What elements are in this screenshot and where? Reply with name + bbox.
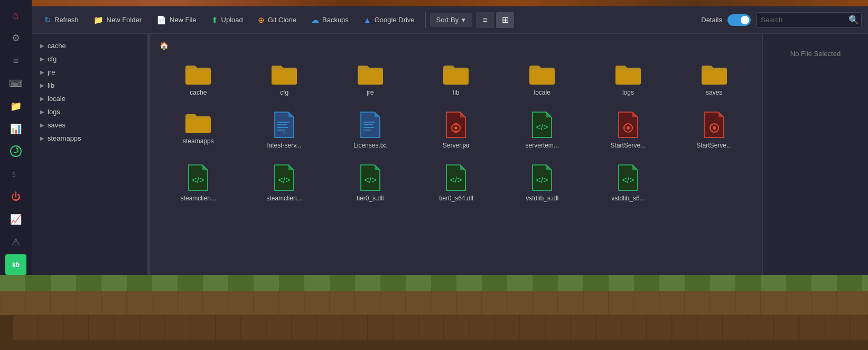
file-name: StartServe... [676, 142, 752, 149]
file-item-startserve-1[interactable]: StartServe... [587, 106, 669, 154]
file-name: tier0_s.dll [332, 195, 408, 202]
svg-point-16 [713, 126, 716, 130]
tree-label: locale [48, 95, 66, 103]
tree-item-cache[interactable]: ▶ cache [32, 39, 147, 52]
file-item-locale[interactable]: locale [501, 57, 583, 102]
svg-rect-42 [406, 290, 431, 315]
svg-text:</>: </> [278, 176, 290, 185]
tree-item-jre[interactable]: ▶ jre [32, 66, 147, 79]
file-item-tier0s[interactable]: </> tier0_s.dll [329, 159, 411, 207]
game-ground [0, 275, 868, 350]
file-item-startserve-2[interactable]: StartServe... [673, 106, 755, 154]
new-file-icon: 📄 [156, 15, 166, 25]
document-icon [617, 111, 640, 139]
google-drive-label: Google Drive [375, 16, 415, 24]
refresh-button[interactable]: ↻ Refresh [38, 12, 85, 28]
settings-icon[interactable]: ⚙ [5, 28, 26, 49]
kb-icon[interactable]: kb [5, 254, 26, 275]
home-breadcrumb-icon[interactable]: 🏠 [160, 41, 169, 50]
steam-icon[interactable] [5, 141, 26, 162]
backups-button[interactable]: ☁ Backups [305, 12, 355, 28]
content-area: ▶ cache ▶ cfg ▶ jre ▶ lib ▶ locale ▶ log… [32, 34, 868, 275]
right-panel: No File Selected [762, 34, 868, 275]
file-grid-area: 🏠 cache cfg [150, 34, 762, 275]
tree-label: saves [48, 121, 66, 129]
file-item-steamapps[interactable]: steamapps [157, 106, 239, 154]
tree-item-cfg[interactable]: ▶ cfg [32, 52, 147, 66]
file-item-latest-serv[interactable]: ≡ latest-serv... [244, 106, 325, 154]
tree-label: jre [48, 68, 55, 76]
list-view-button[interactable]: ≡ [476, 12, 494, 28]
chart-icon[interactable]: 📊 [5, 118, 26, 139]
file-name: tier0_s64.dll [418, 195, 494, 202]
svg-rect-9 [363, 130, 371, 131]
tree-arrow: ▶ [40, 122, 44, 128]
upload-icon: ⬆ [211, 15, 218, 25]
svg-rect-48 [558, 290, 583, 315]
google-drive-button[interactable]: ▲ Google Drive [357, 12, 421, 27]
svg-rect-33 [178, 290, 203, 315]
file-name: vstdlib_s.dll [505, 195, 580, 202]
folder-sidebar-icon[interactable]: 📁 [5, 96, 26, 116]
document-icon: </> [530, 164, 554, 191]
graph-icon[interactable]: 📈 [5, 209, 26, 229]
file-item-saves[interactable]: saves [673, 57, 755, 102]
no-file-selected-label: No File Selected [790, 50, 841, 58]
git-clone-button[interactable]: ⊕ Git Clone [251, 12, 303, 28]
keyboard-icon[interactable]: ⌨ [5, 73, 26, 94]
search-input[interactable] [761, 16, 845, 24]
file-name: latest-serv... [247, 142, 322, 149]
tree-item-lib[interactable]: ▶ lib [32, 79, 147, 92]
tree-item-steamapps[interactable]: ▶ steamapps [32, 132, 147, 145]
svg-rect-69 [241, 315, 266, 340]
tree-label: lib [48, 81, 54, 89]
warning-icon[interactable]: ⚠ [5, 232, 26, 252]
tree-item-logs[interactable]: ▶ logs [32, 105, 147, 118]
tree-item-saves[interactable]: ▶ saves [32, 118, 147, 132]
file-item-server-jar[interactable]: Server.jar [415, 106, 497, 154]
new-file-button[interactable]: 📄 New File [150, 12, 203, 28]
home-icon[interactable]: ⌂ [5, 5, 26, 26]
sort-by-button[interactable]: Sort By ▾ [430, 13, 472, 27]
svg-rect-94 [328, 276, 334, 287]
sort-by-label: Sort By [436, 16, 459, 24]
file-item-steamclien-1[interactable]: </> steamclien... [157, 159, 239, 207]
file-item-lib[interactable]: lib [415, 57, 497, 102]
git-icon: ⊕ [258, 15, 265, 25]
file-item-vstdlib-s6[interactable]: </> vstdlib_s6... [587, 159, 669, 207]
upload-button[interactable]: ⬆ Upload [205, 12, 249, 28]
file-name: cache [161, 89, 236, 96]
svg-rect-83 [596, 315, 621, 340]
folder-icon [184, 111, 212, 134]
file-item-cfg[interactable]: cfg [244, 57, 325, 102]
folder-icon [184, 62, 212, 86]
file-item-steamclien-2[interactable]: </> steamclien... [244, 159, 325, 207]
file-item-licenses[interactable]: Licenses.txt [329, 106, 411, 154]
file-item-tier0s64[interactable]: </> tier0_s64.dll [415, 159, 497, 207]
svg-rect-75 [393, 315, 418, 340]
new-folder-button[interactable]: 📁 New Folder [87, 12, 148, 28]
document-icon: </> [186, 164, 210, 191]
terminal-icon[interactable]: $_ [5, 164, 26, 185]
svg-rect-3 [277, 127, 288, 128]
file-item-logs[interactable]: logs [587, 57, 669, 102]
details-label: Details [701, 16, 722, 24]
svg-rect-81 [545, 315, 571, 340]
svg-text:</>: </> [536, 123, 548, 132]
svg-rect-84 [621, 315, 647, 340]
svg-rect-56 [761, 290, 786, 315]
svg-text:</>: </> [536, 176, 548, 185]
file-item-jre[interactable]: jre [329, 57, 411, 102]
sliders-icon[interactable]: ≡ [5, 51, 26, 71]
tree-item-locale[interactable]: ▶ locale [32, 92, 147, 105]
svg-rect-44 [456, 290, 482, 315]
svg-rect-6 [363, 122, 375, 123]
svg-rect-47 [533, 290, 558, 315]
new-file-label: New File [170, 16, 197, 24]
grid-view-button[interactable]: ⊞ [496, 12, 514, 28]
details-toggle[interactable] [727, 14, 751, 26]
file-item-vstdlib[interactable]: </> vstdlib_s.dll [501, 159, 583, 207]
file-item-servertem[interactable]: </> servertem... [501, 106, 583, 154]
file-item-cache[interactable]: cache [157, 57, 239, 102]
alert-icon[interactable]: ⏻ [5, 187, 26, 207]
